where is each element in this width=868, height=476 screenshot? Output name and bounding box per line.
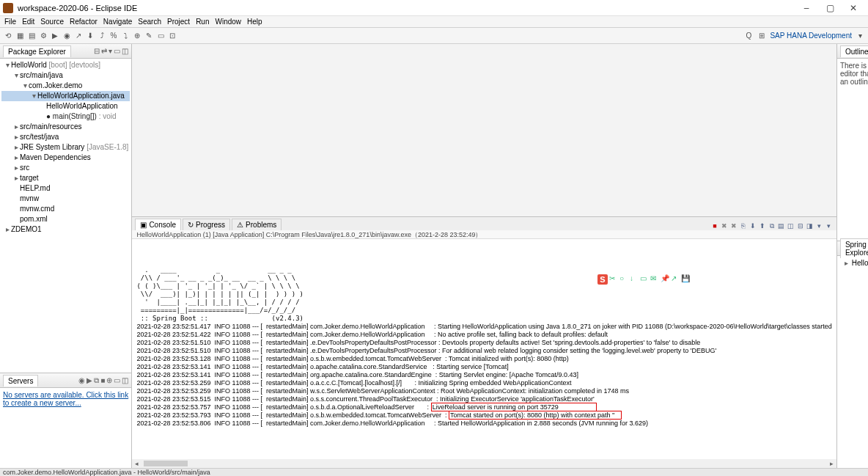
expand-toggle-icon[interactable]: ▸ bbox=[13, 173, 20, 183]
tab-progress[interactable]: ↻Progress bbox=[183, 219, 230, 230]
toolbar-icon-6[interactable]: ↗ bbox=[73, 31, 84, 41]
snip-circle-icon[interactable]: ○ bbox=[619, 274, 628, 283]
console-toolbar-btn-7[interactable]: ▤ bbox=[777, 221, 786, 230]
toolbar-icon-0[interactable]: ⟲ bbox=[3, 31, 13, 41]
tree-item[interactable]: mvnw bbox=[1, 194, 130, 204]
menu-project[interactable]: Project bbox=[164, 18, 193, 26]
toolbar-icon-11[interactable]: ⊕ bbox=[132, 31, 142, 41]
maximize-button[interactable]: ▢ bbox=[818, 3, 842, 13]
expand-toggle-icon[interactable]: ▾ bbox=[31, 91, 37, 101]
expand-toggle-icon[interactable]: ▸ bbox=[13, 142, 20, 153]
toolbar-icon-10[interactable]: ⤵ bbox=[120, 31, 130, 41]
spring-explorer-tab[interactable]: Spring Explorer bbox=[840, 238, 868, 258]
tree-item[interactable]: ▸ZDEMO1 bbox=[1, 224, 130, 235]
toolbar-icon-4[interactable]: ▶ bbox=[50, 31, 60, 41]
expand-toggle-icon[interactable]: ▸ bbox=[13, 163, 20, 173]
servers-run-icon[interactable]: ▶ bbox=[87, 376, 92, 385]
snip-tool-icon[interactable]: ✂ bbox=[609, 274, 618, 283]
scroll-right-icon[interactable]: ▸ bbox=[828, 460, 836, 467]
toolbar-icon-5[interactable]: ◉ bbox=[62, 31, 72, 41]
view-menu-icon[interactable]: ▾ bbox=[108, 47, 112, 55]
package-explorer-tab[interactable]: Package Explorer bbox=[3, 45, 71, 57]
collapse-all-icon[interactable]: ⊟ bbox=[94, 47, 100, 55]
perspective-menu-icon[interactable]: ▾ bbox=[855, 31, 865, 41]
menu-window[interactable]: Window bbox=[212, 18, 244, 26]
close-button[interactable]: ✕ bbox=[842, 3, 865, 13]
servers-debug-icon[interactable]: ◉ bbox=[78, 376, 85, 385]
toolbar-icon-12[interactable]: ✎ bbox=[144, 31, 154, 41]
snip-arrow-icon[interactable]: ↓ bbox=[630, 274, 639, 283]
expand-toggle-icon[interactable]: ▾ bbox=[13, 70, 20, 81]
servers-tab[interactable]: Servers bbox=[3, 375, 38, 387]
snip-logo-icon[interactable]: S bbox=[597, 274, 608, 285]
toolbar-icon-14[interactable]: ⊡ bbox=[167, 31, 177, 41]
maximize-view-icon[interactable]: ◫ bbox=[122, 376, 128, 385]
tree-item[interactable]: ▾com.Joker.demo bbox=[1, 81, 130, 91]
tab-console[interactable]: ▣Console bbox=[135, 219, 181, 230]
menu-run[interactable]: Run bbox=[193, 18, 212, 26]
toolbar-icon-1[interactable]: ▦ bbox=[15, 31, 25, 41]
expand-toggle-icon[interactable]: ▸ bbox=[4, 224, 11, 235]
toolbar-icon-8[interactable]: ⤴ bbox=[97, 31, 107, 41]
console-scrollbar[interactable]: ◂ ▸ bbox=[132, 459, 836, 468]
tree-item[interactable]: HelloWorldApplication bbox=[1, 101, 130, 111]
open-perspective-icon[interactable]: ⊞ bbox=[757, 31, 767, 41]
console-toolbar-btn-12[interactable]: ▾ bbox=[825, 221, 834, 230]
tree-item[interactable]: mvnw.cmd bbox=[1, 204, 130, 214]
toolbar-icon-3[interactable]: ⚙ bbox=[38, 31, 48, 41]
expand-toggle-icon[interactable]: ▸ bbox=[13, 132, 20, 142]
servers-publish-icon[interactable]: ⊕ bbox=[106, 376, 112, 385]
scroll-left-icon[interactable]: ◂ bbox=[132, 460, 141, 467]
tree-item[interactable]: ▸src bbox=[1, 163, 130, 173]
tree-item[interactable]: ▸target bbox=[1, 173, 130, 183]
expand-toggle-icon[interactable]: ▸ bbox=[13, 153, 20, 163]
console-toolbar-btn-1[interactable]: ✖ bbox=[720, 221, 729, 230]
maximize-view-icon[interactable]: ◫ bbox=[122, 47, 128, 55]
console-toolbar-btn-9[interactable]: ⊟ bbox=[796, 221, 805, 230]
servers-stop-icon[interactable]: ■ bbox=[100, 376, 105, 385]
menu-file[interactable]: File bbox=[1, 18, 19, 26]
minimize-view-icon[interactable]: ▭ bbox=[114, 47, 120, 55]
servers-profile-icon[interactable]: ⧉ bbox=[94, 376, 99, 385]
scroll-thumb[interactable] bbox=[144, 461, 188, 466]
console-toolbar-btn-11[interactable]: ▾ bbox=[815, 221, 824, 230]
tree-item[interactable]: pom.xml bbox=[1, 214, 130, 224]
console-toolbar-btn-0[interactable]: ■ bbox=[710, 221, 719, 230]
expand-toggle-icon[interactable]: ▾ bbox=[4, 60, 11, 70]
tree-item[interactable]: HELP.md bbox=[1, 183, 130, 194]
console-toolbar-btn-4[interactable]: ⬇ bbox=[749, 221, 757, 230]
expand-toggle-icon[interactable]: ▸ bbox=[13, 122, 20, 132]
snip-rect-icon[interactable]: ▭ bbox=[640, 274, 649, 283]
console-toolbar-btn-3[interactable]: ⎘ bbox=[739, 221, 748, 230]
tree-item[interactable]: ▸src/main/resources bbox=[1, 122, 130, 132]
toolbar-icon-13[interactable]: ▭ bbox=[155, 31, 166, 41]
package-explorer-tree[interactable]: ▾HelloWorld [boot] [devtools]▾src/main/j… bbox=[0, 59, 131, 373]
create-server-link[interactable]: No servers are available. Click this lin… bbox=[3, 391, 128, 407]
menu-refactor[interactable]: Refactor bbox=[67, 18, 100, 26]
snip-share-icon[interactable]: ↗ bbox=[671, 274, 680, 283]
toolbar-icon-7[interactable]: ⬇ bbox=[85, 31, 95, 41]
toolbar-icon-2[interactable]: ▤ bbox=[26, 31, 37, 41]
minimize-view-icon[interactable]: ▭ bbox=[114, 376, 120, 385]
tree-item[interactable]: ● main(String[]) : void bbox=[1, 111, 130, 122]
expand-toggle-icon[interactable]: ▾ bbox=[22, 81, 29, 91]
minimize-button[interactable]: – bbox=[795, 3, 818, 13]
menu-search[interactable]: Search bbox=[135, 18, 164, 26]
spring-tree-item[interactable]: ▸ HelloWorld bbox=[840, 259, 868, 267]
console-toolbar-btn-2[interactable]: ✖ bbox=[729, 221, 738, 230]
console-toolbar-btn-6[interactable]: ⧉ bbox=[768, 221, 776, 230]
menu-navigate[interactable]: Navigate bbox=[100, 18, 135, 26]
menu-edit[interactable]: Edit bbox=[19, 18, 37, 26]
editor-area[interactable] bbox=[132, 44, 836, 217]
snip-send-icon[interactable]: ✉ bbox=[650, 274, 659, 283]
tree-item[interactable]: ▸Maven Dependencies bbox=[1, 153, 130, 163]
outline-tab[interactable]: Outline bbox=[840, 45, 868, 57]
perspective-switcher[interactable]: SAP HANA Development bbox=[770, 32, 852, 40]
menu-source[interactable]: Source bbox=[37, 18, 67, 26]
console-toolbar-btn-5[interactable]: ⬆ bbox=[758, 221, 767, 230]
console-toolbar-btn-8[interactable]: ◫ bbox=[787, 221, 795, 230]
menu-help[interactable]: Help bbox=[244, 18, 265, 26]
snip-save-icon[interactable]: 💾 bbox=[681, 274, 690, 283]
quick-access-icon[interactable]: Q bbox=[743, 31, 754, 41]
tab-problems[interactable]: ⚠Problems bbox=[232, 219, 282, 230]
